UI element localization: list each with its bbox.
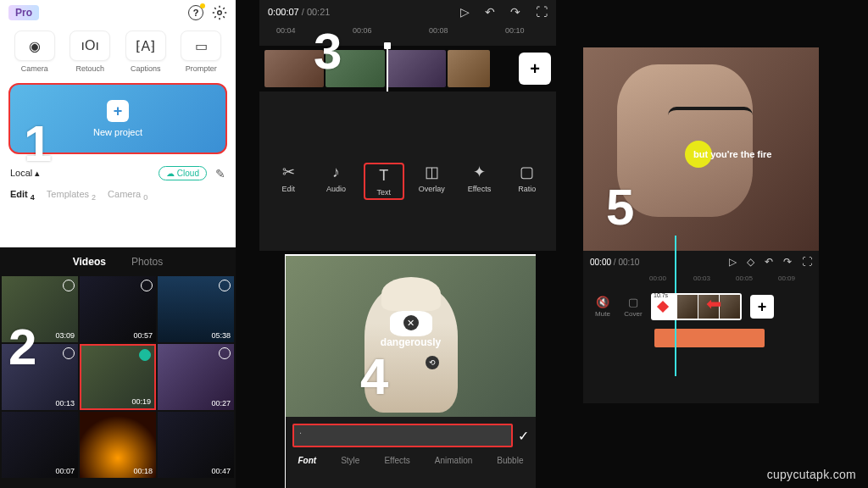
tab-edit[interactable]: Edit 4	[10, 189, 35, 202]
watermark: cupycutapk.com	[767, 468, 856, 481]
tab-effects[interactable]: Effects	[384, 456, 409, 465]
tool-effects[interactable]: ✦Effects	[459, 163, 499, 200]
mute-button[interactable]: 🔇Mute	[590, 296, 615, 318]
tool-overlay[interactable]: ◫Overlay	[411, 163, 452, 200]
add-clip-button[interactable]: +	[750, 295, 774, 319]
media-thumb[interactable]: 00:47	[158, 412, 234, 478]
text-editor-panel: ✕ dangerously ⟲ . ✓ Font Style Effects A…	[285, 254, 536, 488]
undo-icon[interactable]: ↶	[485, 5, 495, 19]
cover-button[interactable]: ▢Cover	[620, 296, 646, 318]
pro-badge[interactable]: Pro	[8, 5, 39, 20]
step-4: 4	[360, 347, 388, 406]
tool-audio[interactable]: ♪Audio	[315, 163, 356, 200]
step-2: 2	[8, 318, 36, 376]
tab-bubble[interactable]: Bubble	[497, 456, 523, 465]
svg-point-0	[218, 11, 222, 15]
edit-icon[interactable]: ✎	[215, 167, 225, 180]
add-clip-button[interactable]: +	[519, 53, 551, 85]
settings-icon[interactable]	[212, 5, 227, 20]
tab-videos[interactable]: Videos	[73, 256, 106, 268]
video-preview[interactable]: ✕ dangerously ⟲	[286, 256, 536, 417]
cloud-button[interactable]: ☁ Cloud	[159, 166, 207, 180]
fullscreen-icon[interactable]: ⛶	[802, 256, 812, 268]
step-1: 1	[24, 114, 52, 173]
fullscreen-icon[interactable]: ⛶	[536, 5, 548, 19]
step-3: 3	[314, 22, 342, 80]
playhead[interactable]	[387, 46, 388, 92]
media-thumb[interactable]: 00:07	[2, 412, 78, 478]
clip[interactable]	[448, 50, 490, 87]
tab-templates[interactable]: Templates 2	[47, 189, 96, 202]
tab-animation[interactable]: Animation	[435, 456, 472, 465]
tab-photos[interactable]: Photos	[131, 256, 163, 268]
media-thumb[interactable]: 05:38	[158, 276, 234, 342]
tab-font[interactable]: Font	[298, 456, 317, 465]
preview-subject	[617, 64, 753, 217]
camera-tool[interactable]: ◉Camera	[14, 30, 55, 73]
media-thumb-selected[interactable]: 00:19	[80, 344, 156, 410]
confirm-icon[interactable]: ✓	[518, 428, 529, 444]
media-thumb[interactable]: 00:57	[80, 276, 156, 342]
captions-tool[interactable]: ⁅A⁆Captions	[125, 30, 166, 73]
step-5: 5	[606, 178, 634, 236]
text-overlay[interactable]: dangerously	[381, 336, 441, 348]
help-icon[interactable]: ?	[188, 5, 203, 20]
keyframe-marker[interactable]	[657, 301, 669, 313]
clip[interactable]	[387, 50, 446, 87]
editor-panel: 0:00:07 / 00:21 ▷ ↶ ↷ ⛶ 00:04 00:06 00:0…	[259, 0, 556, 251]
clip-selected[interactable]: 10.7s	[651, 293, 742, 320]
play-icon[interactable]: ▷	[460, 5, 470, 19]
keyframe-icon[interactable]: ◇	[747, 256, 754, 268]
close-icon[interactable]: ✕	[403, 315, 419, 330]
redo-icon[interactable]: ↷	[510, 5, 520, 19]
tool-edit[interactable]: ✂Edit	[268, 163, 309, 200]
tab-style[interactable]: Style	[341, 456, 359, 465]
text-input[interactable]: .	[292, 424, 513, 447]
timeline-ruler[interactable]: 00:00 00:03 00:05 00:09	[583, 273, 819, 286]
media-thumb[interactable]: 00:18	[80, 412, 156, 478]
media-thumb[interactable]: 00:27	[158, 344, 234, 410]
tool-ratio[interactable]: ▢Ratio	[507, 163, 548, 200]
prompter-tool[interactable]: ▭Prompter	[181, 30, 221, 73]
plus-icon: +	[107, 100, 129, 122]
retouch-tool[interactable]: ıOıRetouch	[70, 30, 110, 73]
new-project-label: New project	[93, 127, 142, 137]
arrow-indicator-icon: ⬅	[706, 293, 721, 315]
undo-icon[interactable]: ↶	[765, 256, 773, 268]
tab-camera[interactable]: Camera 0	[108, 189, 147, 202]
text-track-clip[interactable]	[654, 329, 765, 347]
lyric-text: but you're the fire	[693, 149, 771, 159]
play-icon[interactable]: ▷	[729, 256, 737, 268]
tool-text[interactable]: TText	[364, 163, 404, 200]
redo-icon[interactable]: ↷	[783, 256, 792, 268]
video-track[interactable]: +	[259, 46, 556, 92]
time-display: 00:00 / 00:10	[590, 258, 639, 267]
time-display: 0:00:07 / 00:21	[268, 7, 330, 17]
timeline-ruler[interactable]: 00:04 00:06 00:08 00:10	[259, 24, 556, 41]
